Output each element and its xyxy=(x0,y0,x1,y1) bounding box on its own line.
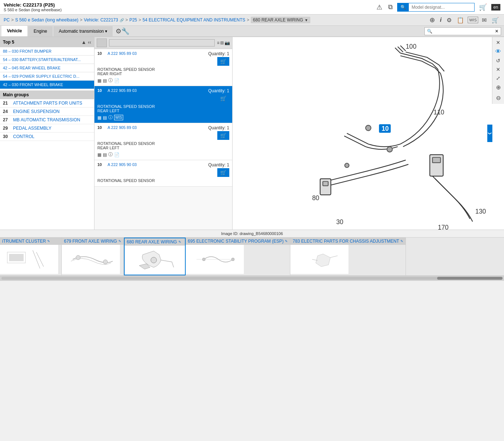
zoom-icon-btn[interactable]: ⊕ xyxy=(428,15,436,25)
parts-list: 10 A 222 905 89 03 Quantity: 1 🛒 ROTATIO… xyxy=(94,49,232,230)
tab-search-input[interactable] xyxy=(435,28,493,35)
part-icons-1: ▦ ▤ ⓘ WIS xyxy=(97,114,229,121)
part-name-2: ROTATIONAL SPEED SENSORREAR LEFT xyxy=(97,141,229,150)
top5-item-4[interactable]: 42 – 030 FRONT WHEEL BRAKE xyxy=(0,81,94,89)
diagram-expand-btn[interactable]: ⤢ xyxy=(493,74,503,82)
part-info-icon-0[interactable]: ⓘ xyxy=(108,77,113,84)
svg-point-24 xyxy=(151,257,157,263)
part-name-1: ROTATIONAL SPEED SENSORREAR LEFT xyxy=(97,104,229,113)
tab-engine[interactable]: Engine xyxy=(28,26,52,36)
main-group-item-27[interactable]: 27 MB AUTOMATIC TRANSMISSION xyxy=(0,116,94,124)
tab-icon1[interactable]: ⚙ xyxy=(116,27,121,35)
diagram-rotate-btn[interactable]: ↺ xyxy=(493,57,503,65)
svg-rect-0 xyxy=(240,37,497,230)
thumbnail-item-0[interactable]: iTRUMENT CLUSTER ✎ xyxy=(0,238,62,275)
tab-vehicle[interactable]: Vehicle xyxy=(1,26,27,36)
model-search-button[interactable]: 🔍 xyxy=(398,3,409,11)
breadcrumb-pc[interactable]: PC xyxy=(4,17,10,23)
thumbnails-row: iTRUMENT CLUSTER ✎ 679 FRONT AXLE WIRING… xyxy=(0,238,504,276)
breadcrumb-sedan[interactable]: S 560 e Sedan (long wheelbase) xyxy=(15,17,78,23)
grid-view-btn[interactable]: ⊞ xyxy=(220,40,224,45)
scrollbar-thumb[interactable] xyxy=(437,277,503,280)
diagram-zoom-out-btn[interactable]: ⊖ xyxy=(493,93,503,102)
wis-icon-btn[interactable]: WIS xyxy=(468,17,478,23)
add-to-cart-1[interactable]: 🛒 xyxy=(217,94,229,103)
part-table-icon-1[interactable]: ▤ xyxy=(103,115,107,120)
thumbnail-item-1[interactable]: 679 FRONT AXLE WIRING ✎ xyxy=(62,238,124,275)
side-panel-btn[interactable]: ❯ xyxy=(487,125,492,142)
part-pos-1: 10 xyxy=(97,88,108,93)
info-icon-btn[interactable]: i xyxy=(439,16,443,24)
part-grid-icon-2[interactable]: ▦ xyxy=(97,152,101,157)
thumbnail-item-2[interactable]: 680 REAR AXLE WIRING ✎ xyxy=(124,238,186,275)
part-number-0[interactable]: A 222 905 89 03 xyxy=(108,51,208,56)
part-info-icon-2[interactable]: ⓘ xyxy=(108,151,113,158)
cart-icon-btn[interactable]: 🛒 xyxy=(477,3,488,12)
part-item-0: 10 A 222 905 89 03 Quantity: 1 🛒 ROTATIO… xyxy=(94,49,232,86)
label-100: 100 xyxy=(406,43,417,50)
breadcrumb: PC > S 560 e Sedan (long wheelbase) > Ve… xyxy=(4,16,424,24)
main-group-item-29[interactable]: 29 PEDAL ASSEMBLY xyxy=(0,124,94,133)
part-grid-icon-0[interactable]: ▦ xyxy=(97,78,101,83)
part-grid-icon-1[interactable]: ▦ xyxy=(97,115,101,120)
thumb-edit-icon-1: ✎ xyxy=(118,239,121,243)
diagram-zoom-in-btn[interactable]: ⊕ xyxy=(493,83,503,92)
cart2-icon-btn[interactable]: 🛒 xyxy=(490,16,500,24)
part-wis-icon-1[interactable]: WIS xyxy=(114,115,123,120)
breadcrumb-current[interactable]: 680 REAR AXLE WIRING ▼ xyxy=(251,17,310,23)
add-to-cart-2[interactable]: 🛒 xyxy=(217,131,229,140)
tab-automatic-transmission[interactable]: Automatic transmission ▾ xyxy=(53,26,113,36)
top5-item-1[interactable]: 54 – 030 BATTERY,STARTER/ALTERNAT... xyxy=(0,56,94,64)
breadcrumb-vehicle[interactable]: Vehicle: C222173 xyxy=(84,17,118,23)
main-group-item-21[interactable]: 21 ATTACHMENT PARTS FOR UNITS xyxy=(0,99,94,108)
tab-icon2[interactable]: 🔧 xyxy=(121,27,129,35)
breadcrumb-electrical[interactable]: 54 ELECTRICAL EQUIPMENT AND INSTRUMENTS xyxy=(142,17,245,23)
middle-search-input[interactable] xyxy=(109,39,215,46)
tab-search-box: 🔍 ✕ xyxy=(424,27,501,35)
camera-btn[interactable]: 📷 xyxy=(225,40,230,45)
main-group-item-30[interactable]: 30 CONTROL xyxy=(0,133,94,141)
main-group-item-24[interactable]: 24 ENGINE SUSPENSION xyxy=(0,108,94,116)
svg-text:10: 10 xyxy=(382,125,389,132)
diagram-cross-btn[interactable]: ✕ xyxy=(493,65,503,73)
thumbnail-item-3[interactable]: 695 ELECTRONIC STABILITY PROGRAM (ESP) ✎ xyxy=(186,238,291,275)
top5-arrow-btn[interactable]: ‹‹ xyxy=(88,39,91,45)
lang-selector[interactable]: en xyxy=(491,4,500,11)
list-view-btn[interactable]: ≡ xyxy=(217,40,219,45)
part-number-2[interactable]: A 222 905 89 03 xyxy=(108,125,208,130)
part-number-3[interactable]: A 222 905 90 03 xyxy=(108,162,208,167)
top5-item-2[interactable]: 42 – 045 REAR WHEEL BRAKE xyxy=(0,64,94,72)
part-number-1[interactable]: A 222 905 89 03 xyxy=(108,88,208,93)
part-qty-3: Quantity: 1 🛒 xyxy=(208,162,229,177)
filter-icon-btn[interactable]: ⚙ xyxy=(445,16,453,24)
top5-item-0[interactable]: 88 – 030 FRONT BUMPER xyxy=(0,47,94,56)
thumb-edit-icon-0: ✎ xyxy=(47,239,50,243)
top5-item-3[interactable]: 54 – 029 POWER SUPPLY ELECTRIC D... xyxy=(0,72,94,81)
part-info-icon-1[interactable]: ⓘ xyxy=(108,114,113,121)
copy-icon-btn[interactable]: ⧉ xyxy=(387,3,394,12)
diagram-eye-btn[interactable]: 👁 xyxy=(493,47,503,56)
part-table-icon-2[interactable]: ▤ xyxy=(103,152,107,157)
model-search-input[interactable] xyxy=(409,3,474,11)
main-groups-list: 21 ATTACHMENT PARTS FOR UNITS 24 ENGINE … xyxy=(0,99,94,230)
part-table-icon-0[interactable]: ▤ xyxy=(103,78,107,83)
svg-text:170: 170 xyxy=(438,224,449,230)
part-doc-icon-0[interactable]: 📄 xyxy=(114,78,120,83)
add-to-cart-3[interactable]: 🛒 xyxy=(217,168,229,177)
bottom-scrollbar[interactable] xyxy=(0,276,504,281)
vehicle-info: Vehicle: C222173 (P25) S 560 e Sedan (lo… xyxy=(4,2,62,12)
top5-title: Top 5 xyxy=(3,40,14,45)
mail-icon-btn[interactable]: ✉ xyxy=(480,16,488,24)
thumbnail-img-1 xyxy=(62,245,120,274)
tab-search-clear[interactable]: ✕ xyxy=(493,28,501,35)
top5-collapse-btn[interactable]: ▲ xyxy=(81,39,86,45)
diagram-close-btn[interactable]: ✕ xyxy=(493,39,503,46)
warning-icon-btn[interactable]: ⚠ xyxy=(375,3,384,12)
part-qty-1: Quantity: 1 🛒 xyxy=(208,88,229,103)
thumbnail-label-2: 680 REAR AXLE WIRING ✎ xyxy=(125,238,185,246)
doc-icon-btn[interactable]: 📋 xyxy=(455,16,465,24)
breadcrumb-p25[interactable]: P25 xyxy=(129,17,137,23)
thumbnail-item-4[interactable]: 783 ELECTRIC PARTS FOR CHASSIS ADJUSTMEN… xyxy=(290,238,406,275)
part-doc-icon-2[interactable]: 📄 xyxy=(114,152,120,157)
add-to-cart-0[interactable]: 🛒 xyxy=(217,57,229,66)
